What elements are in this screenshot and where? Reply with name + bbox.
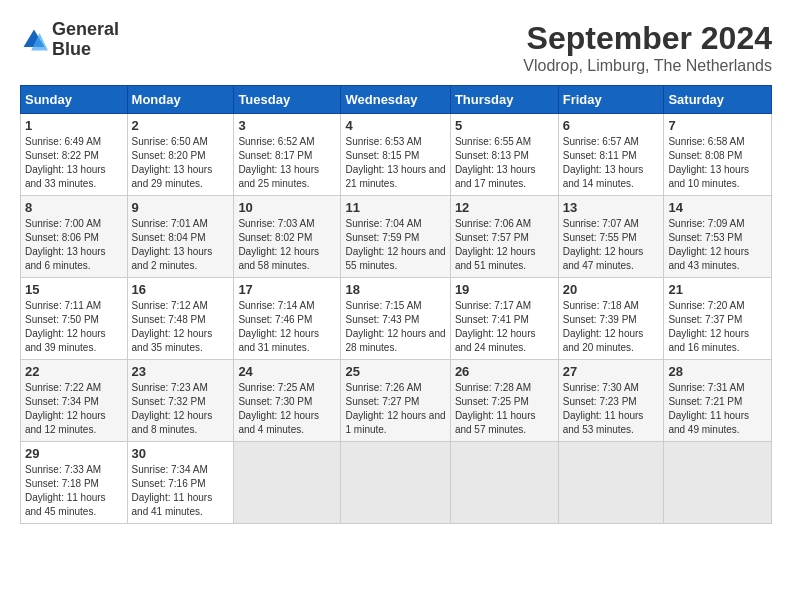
day-number: 24 <box>238 364 336 379</box>
logo: General Blue <box>20 20 119 60</box>
header-wednesday: Wednesday <box>341 86 450 114</box>
calendar-cell: 30Sunrise: 7:34 AM Sunset: 7:16 PM Dayli… <box>127 442 234 524</box>
day-info: Sunrise: 7:06 AM Sunset: 7:57 PM Dayligh… <box>455 217 554 273</box>
day-number: 12 <box>455 200 554 215</box>
day-number: 3 <box>238 118 336 133</box>
calendar-cell: 8Sunrise: 7:00 AM Sunset: 8:06 PM Daylig… <box>21 196 128 278</box>
calendar-cell: 27Sunrise: 7:30 AM Sunset: 7:23 PM Dayli… <box>558 360 664 442</box>
day-number: 28 <box>668 364 767 379</box>
calendar-cell: 13Sunrise: 7:07 AM Sunset: 7:55 PM Dayli… <box>558 196 664 278</box>
day-info: Sunrise: 7:30 AM Sunset: 7:23 PM Dayligh… <box>563 381 660 437</box>
calendar-week-row: 1Sunrise: 6:49 AM Sunset: 8:22 PM Daylig… <box>21 114 772 196</box>
header-sunday: Sunday <box>21 86 128 114</box>
page-header: General Blue September 2024 Vlodrop, Lim… <box>20 20 772 75</box>
day-info: Sunrise: 6:53 AM Sunset: 8:15 PM Dayligh… <box>345 135 445 191</box>
calendar-cell: 21Sunrise: 7:20 AM Sunset: 7:37 PM Dayli… <box>664 278 772 360</box>
day-number: 11 <box>345 200 445 215</box>
calendar-cell: 17Sunrise: 7:14 AM Sunset: 7:46 PM Dayli… <box>234 278 341 360</box>
day-number: 4 <box>345 118 445 133</box>
header-tuesday: Tuesday <box>234 86 341 114</box>
calendar-cell: 16Sunrise: 7:12 AM Sunset: 7:48 PM Dayli… <box>127 278 234 360</box>
day-number: 26 <box>455 364 554 379</box>
day-number: 21 <box>668 282 767 297</box>
calendar-week-row: 15Sunrise: 7:11 AM Sunset: 7:50 PM Dayli… <box>21 278 772 360</box>
day-info: Sunrise: 7:26 AM Sunset: 7:27 PM Dayligh… <box>345 381 445 437</box>
day-info: Sunrise: 6:52 AM Sunset: 8:17 PM Dayligh… <box>238 135 336 191</box>
day-info: Sunrise: 7:11 AM Sunset: 7:50 PM Dayligh… <box>25 299 123 355</box>
calendar-cell: 15Sunrise: 7:11 AM Sunset: 7:50 PM Dayli… <box>21 278 128 360</box>
calendar-table: SundayMondayTuesdayWednesdayThursdayFrid… <box>20 85 772 524</box>
calendar-header-row: SundayMondayTuesdayWednesdayThursdayFrid… <box>21 86 772 114</box>
day-number: 5 <box>455 118 554 133</box>
calendar-cell <box>234 442 341 524</box>
day-number: 19 <box>455 282 554 297</box>
day-number: 29 <box>25 446 123 461</box>
calendar-cell: 9Sunrise: 7:01 AM Sunset: 8:04 PM Daylig… <box>127 196 234 278</box>
day-number: 8 <box>25 200 123 215</box>
calendar-cell <box>450 442 558 524</box>
day-info: Sunrise: 7:20 AM Sunset: 7:37 PM Dayligh… <box>668 299 767 355</box>
day-number: 22 <box>25 364 123 379</box>
day-number: 13 <box>563 200 660 215</box>
day-info: Sunrise: 6:58 AM Sunset: 8:08 PM Dayligh… <box>668 135 767 191</box>
calendar-week-row: 22Sunrise: 7:22 AM Sunset: 7:34 PM Dayli… <box>21 360 772 442</box>
day-info: Sunrise: 7:23 AM Sunset: 7:32 PM Dayligh… <box>132 381 230 437</box>
day-info: Sunrise: 7:04 AM Sunset: 7:59 PM Dayligh… <box>345 217 445 273</box>
day-info: Sunrise: 7:34 AM Sunset: 7:16 PM Dayligh… <box>132 463 230 519</box>
day-info: Sunrise: 6:57 AM Sunset: 8:11 PM Dayligh… <box>563 135 660 191</box>
day-info: Sunrise: 7:31 AM Sunset: 7:21 PM Dayligh… <box>668 381 767 437</box>
calendar-cell: 10Sunrise: 7:03 AM Sunset: 8:02 PM Dayli… <box>234 196 341 278</box>
day-number: 2 <box>132 118 230 133</box>
day-info: Sunrise: 7:18 AM Sunset: 7:39 PM Dayligh… <box>563 299 660 355</box>
logo-icon <box>20 26 48 54</box>
day-number: 1 <box>25 118 123 133</box>
day-info: Sunrise: 7:22 AM Sunset: 7:34 PM Dayligh… <box>25 381 123 437</box>
calendar-cell: 19Sunrise: 7:17 AM Sunset: 7:41 PM Dayli… <box>450 278 558 360</box>
day-number: 25 <box>345 364 445 379</box>
day-info: Sunrise: 6:49 AM Sunset: 8:22 PM Dayligh… <box>25 135 123 191</box>
logo-text: General Blue <box>52 20 119 60</box>
calendar-cell <box>341 442 450 524</box>
day-info: Sunrise: 7:01 AM Sunset: 8:04 PM Dayligh… <box>132 217 230 273</box>
calendar-week-row: 29Sunrise: 7:33 AM Sunset: 7:18 PM Dayli… <box>21 442 772 524</box>
day-number: 10 <box>238 200 336 215</box>
day-number: 30 <box>132 446 230 461</box>
calendar-cell: 2Sunrise: 6:50 AM Sunset: 8:20 PM Daylig… <box>127 114 234 196</box>
calendar-cell <box>558 442 664 524</box>
calendar-cell: 3Sunrise: 6:52 AM Sunset: 8:17 PM Daylig… <box>234 114 341 196</box>
calendar-cell: 28Sunrise: 7:31 AM Sunset: 7:21 PM Dayli… <box>664 360 772 442</box>
header-monday: Monday <box>127 86 234 114</box>
day-info: Sunrise: 7:07 AM Sunset: 7:55 PM Dayligh… <box>563 217 660 273</box>
calendar-cell: 1Sunrise: 6:49 AM Sunset: 8:22 PM Daylig… <box>21 114 128 196</box>
day-number: 27 <box>563 364 660 379</box>
header-thursday: Thursday <box>450 86 558 114</box>
day-number: 17 <box>238 282 336 297</box>
calendar-cell: 29Sunrise: 7:33 AM Sunset: 7:18 PM Dayli… <box>21 442 128 524</box>
day-info: Sunrise: 7:12 AM Sunset: 7:48 PM Dayligh… <box>132 299 230 355</box>
calendar-cell: 26Sunrise: 7:28 AM Sunset: 7:25 PM Dayli… <box>450 360 558 442</box>
calendar-cell: 20Sunrise: 7:18 AM Sunset: 7:39 PM Dayli… <box>558 278 664 360</box>
calendar-cell: 7Sunrise: 6:58 AM Sunset: 8:08 PM Daylig… <box>664 114 772 196</box>
day-info: Sunrise: 7:17 AM Sunset: 7:41 PM Dayligh… <box>455 299 554 355</box>
day-info: Sunrise: 7:00 AM Sunset: 8:06 PM Dayligh… <box>25 217 123 273</box>
day-info: Sunrise: 7:25 AM Sunset: 7:30 PM Dayligh… <box>238 381 336 437</box>
calendar-week-row: 8Sunrise: 7:00 AM Sunset: 8:06 PM Daylig… <box>21 196 772 278</box>
day-number: 9 <box>132 200 230 215</box>
page-subtitle: Vlodrop, Limburg, The Netherlands <box>523 57 772 75</box>
calendar-cell: 12Sunrise: 7:06 AM Sunset: 7:57 PM Dayli… <box>450 196 558 278</box>
day-number: 6 <box>563 118 660 133</box>
day-number: 14 <box>668 200 767 215</box>
calendar-cell <box>664 442 772 524</box>
header-saturday: Saturday <box>664 86 772 114</box>
day-info: Sunrise: 7:03 AM Sunset: 8:02 PM Dayligh… <box>238 217 336 273</box>
day-info: Sunrise: 7:09 AM Sunset: 7:53 PM Dayligh… <box>668 217 767 273</box>
day-info: Sunrise: 7:33 AM Sunset: 7:18 PM Dayligh… <box>25 463 123 519</box>
calendar-cell: 6Sunrise: 6:57 AM Sunset: 8:11 PM Daylig… <box>558 114 664 196</box>
day-number: 23 <box>132 364 230 379</box>
calendar-cell: 14Sunrise: 7:09 AM Sunset: 7:53 PM Dayli… <box>664 196 772 278</box>
day-number: 20 <box>563 282 660 297</box>
day-info: Sunrise: 7:14 AM Sunset: 7:46 PM Dayligh… <box>238 299 336 355</box>
day-number: 18 <box>345 282 445 297</box>
day-info: Sunrise: 7:28 AM Sunset: 7:25 PM Dayligh… <box>455 381 554 437</box>
page-title: September 2024 <box>523 20 772 57</box>
